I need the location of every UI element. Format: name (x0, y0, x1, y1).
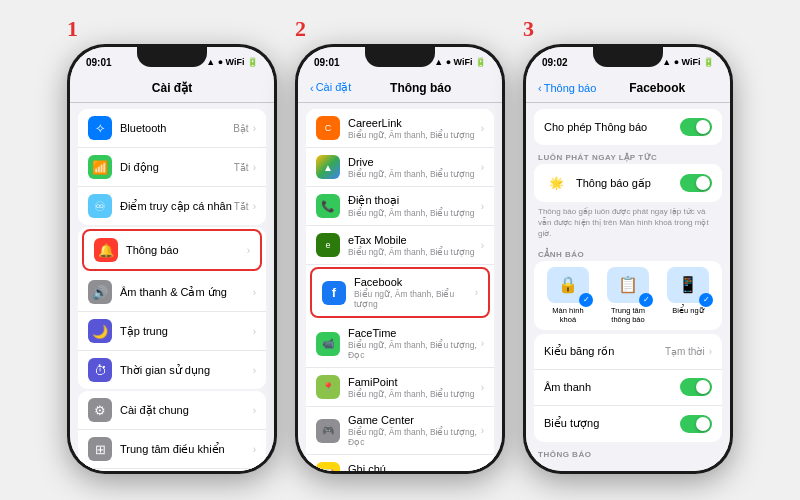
alert-notifcenter[interactable]: 📋 ✓ Trung tâmthông báo (607, 267, 649, 324)
urgent-icon: 🌟 (544, 171, 568, 195)
phone2-inner: 09:01 ▲ ● WiFi 🔋 ‹ Cài đặt Thông báo C C… (298, 47, 502, 471)
step2-number: 2 (295, 16, 306, 42)
phone1: 09:01 ▲ ● WiFi 🔋 Cài đặt ⟡ Bluetooth (67, 44, 277, 474)
alert-banner[interactable]: 📱 ✓ Biểu ngữ (667, 267, 709, 324)
allow-notif-item[interactable]: Cho phép Thông báo (534, 109, 722, 145)
nav-title3: Facebook (596, 81, 718, 95)
drive-icon: ▲ (316, 155, 340, 179)
lockscreen-check: ✓ (579, 293, 593, 307)
nav1: Cài đặt (70, 73, 274, 103)
step1-wrapper: 1 09:01 ▲ ● WiFi 🔋 Cài đặt ⟡ (67, 44, 277, 474)
step3-wrapper: 3 09:02 ▲ ● WiFi 🔋 ‹ Thông báo Facebook (523, 44, 733, 474)
allow-notif-toggle[interactable] (680, 118, 712, 136)
urgent-desc: Thông báo gấp luôn được phát ngay lập tứ… (526, 204, 730, 244)
sound-icon: 🔊 (88, 280, 112, 304)
bang-ron-item[interactable]: Kiểu băng rồn Tạm thời › (534, 334, 722, 370)
am-thanh-title: Âm thanh (544, 381, 680, 393)
bluetooth-icon: ⟡ (88, 116, 112, 140)
step3-number: 3 (523, 16, 534, 42)
list-item-etax[interactable]: e eTax Mobile Biểu ngữ, Âm thanh, Biểu t… (306, 226, 494, 265)
settings-list2: C CareerLink Biểu ngữ, Âm thanh, Biểu tư… (298, 103, 502, 471)
nav2: ‹ Cài đặt Thông báo (298, 73, 502, 103)
facetime-icon: 📹 (316, 332, 340, 356)
back2[interactable]: ‹ Cài đặt (310, 81, 351, 94)
group1-1: ⟡ Bluetooth Bật › 📶 (78, 109, 266, 225)
general-title: Cài đặt chung (120, 404, 253, 417)
settings-list1: ⟡ Bluetooth Bật › 📶 (70, 103, 274, 471)
screentime-title: Thời gian sử dụng (120, 364, 253, 377)
nav-title2: Thông báo (351, 81, 490, 95)
careerlink-icon: C (316, 116, 340, 140)
urgent-title: Thông báo gấp (576, 177, 680, 190)
list-item-careerlink[interactable]: C CareerLink Biểu ngữ, Âm thanh, Biểu tư… (306, 109, 494, 148)
famipoint-icon: 📍 (316, 375, 340, 399)
am-thanh-item[interactable]: Âm thanh (534, 370, 722, 406)
hotspot-title: Điểm truy cập cá nhân (120, 200, 234, 213)
sound-title: Âm thanh & Cảm ứng (120, 286, 253, 299)
list-item-facebook[interactable]: f Facebook Biểu ngữ, Âm thanh, Biểu tượn… (310, 267, 490, 318)
phone-icon: 📞 (316, 194, 340, 218)
list-item-screentime[interactable]: ⏱ Thời gian sử dụng › (78, 351, 266, 389)
bieu-tuong-item[interactable]: Biểu tượng (534, 406, 722, 442)
list-item-facetime[interactable]: 📹 FaceTime Biểu ngữ, Âm thanh, Biểu tượn… (306, 320, 494, 368)
alert-section-header: CẢNH BÁO (526, 244, 730, 261)
focus-title: Tập trung (120, 325, 253, 338)
notifications-title: Thông báo (126, 244, 247, 256)
thongbao-section-header: THÔNG BÁO (526, 444, 730, 461)
alert-icons-row: 🔒 ✓ Màn hìnhkhoá 📋 ✓ Trung tâmthông báo (534, 261, 722, 330)
notes-icon: 📝 (316, 462, 340, 471)
urgent-item[interactable]: 🌟 Thông báo gấp (534, 164, 722, 202)
bang-ron-title: Kiểu băng rồn (544, 345, 665, 358)
immediate-group: 🌟 Thông báo gấp (534, 164, 722, 202)
time2: 09:01 (314, 57, 340, 68)
main-container: 1 09:01 ▲ ● WiFi 🔋 Cài đặt ⟡ (47, 16, 753, 484)
phone1-inner: 09:01 ▲ ● WiFi 🔋 Cài đặt ⟡ Bluetooth (70, 47, 274, 471)
notifcenter-check: ✓ (639, 293, 653, 307)
control-title: Trung tâm điều khiển (120, 443, 253, 456)
bluetooth-title: Bluetooth (120, 122, 233, 134)
notch3 (593, 47, 663, 67)
hotspot-icon: ♾ (88, 194, 112, 218)
bang-ron-value: Tạm thời (665, 346, 705, 357)
list-item-phone[interactable]: 📞 Điện thoại Biểu ngữ, Âm thanh, Biểu tư… (306, 187, 494, 226)
list-item-focus[interactable]: 🌙 Tập trung › (78, 312, 266, 351)
list-item-sound[interactable]: 🔊 Âm thanh & Cảm ứng › (78, 273, 266, 312)
allow-notif-title: Cho phép Thông báo (544, 121, 680, 133)
notch2 (365, 47, 435, 67)
list-item-gamecenter[interactable]: 🎮 Game Center Biểu ngữ, Âm thanh, Biểu t… (306, 407, 494, 455)
focus-icon: 🌙 (88, 319, 112, 343)
screentime-icon: ⏱ (88, 358, 112, 382)
step2-wrapper: 2 09:01 ▲ ● WiFi 🔋 ‹ Cài đặt Thông báo C (295, 44, 505, 474)
bluetooth-value: Bật (233, 123, 248, 134)
banner-label: Biểu ngữ (672, 306, 703, 315)
urgent-toggle[interactable] (680, 174, 712, 192)
notifications-icon: 🔔 (94, 238, 118, 262)
etax-icon: e (316, 233, 340, 257)
list-item-bluetooth[interactable]: ⟡ Bluetooth Bật › (78, 109, 266, 148)
time3: 09:02 (542, 57, 568, 68)
list-item-notifications[interactable]: 🔔 Thông báo › (82, 229, 262, 271)
list-item-action[interactable]: ✦ Nút Tác vụ › (78, 469, 266, 471)
status-icons2: ▲ ● WiFi 🔋 (434, 57, 486, 67)
time1: 09:01 (86, 57, 112, 68)
bieu-tuong-toggle[interactable] (680, 415, 712, 433)
list-item-famipoint[interactable]: 📍 FamiPoint Biểu ngữ, Âm thanh, Biểu tượ… (306, 368, 494, 407)
status-icons1: ▲ ● WiFi 🔋 (206, 57, 258, 67)
list-item-general[interactable]: ⚙ Cài đặt chung › (78, 391, 266, 430)
toggle-thumb (696, 120, 710, 134)
bieu-tuong-title: Biểu tượng (544, 417, 680, 430)
nav-title1: Cài đặt (82, 81, 262, 95)
list-item-notes[interactable]: 📝 Ghi chú Biểu ngữ, Âm thanh, Biểu tượng… (306, 455, 494, 471)
lockscreen-box: 🔒 ✓ (547, 267, 589, 303)
list-item-hotspot[interactable]: ♾ Điểm truy cập cá nhân Tắt › (78, 187, 266, 225)
list-item-mobile[interactable]: 📶 Di động Tắt › (78, 148, 266, 187)
bluetooth-right: Bật › (233, 123, 256, 134)
list-item-drive[interactable]: ▲ Drive Biểu ngữ, Âm thanh, Biểu tượng › (306, 148, 494, 187)
banner-box: 📱 ✓ (667, 267, 709, 303)
phone3: 09:02 ▲ ● WiFi 🔋 ‹ Thông báo Facebook Ch… (523, 44, 733, 474)
list-item-control[interactable]: ⊞ Trung tâm điều khiển › (78, 430, 266, 469)
control-icon: ⊞ (88, 437, 112, 461)
back3[interactable]: ‹ Thông báo (538, 82, 596, 94)
am-thanh-toggle[interactable] (680, 378, 712, 396)
alert-lockscreen[interactable]: 🔒 ✓ Màn hìnhkhoá (547, 267, 589, 324)
